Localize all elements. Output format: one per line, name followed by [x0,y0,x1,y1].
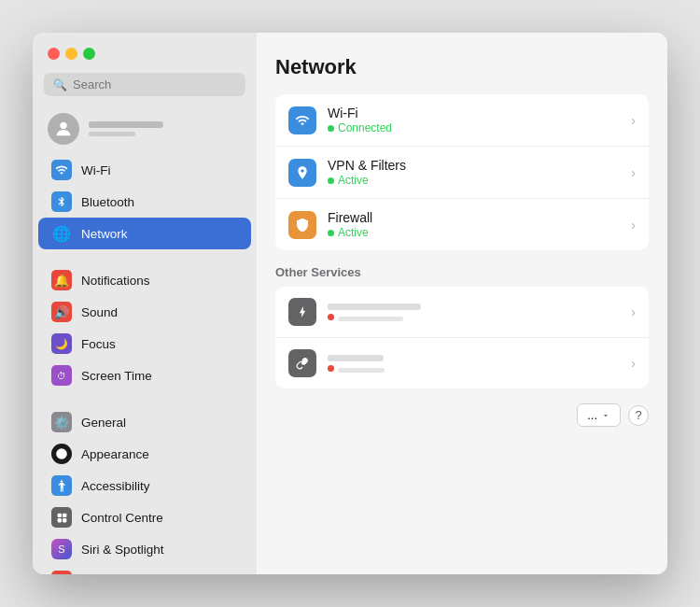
sidebar-item-controlcentre[interactable]: Control Centre [38,501,251,533]
user-sub-blurred [89,132,135,136]
sound-icon: 🔊 [51,302,72,322]
minimize-button[interactable] [65,48,77,60]
firewall-status-dot [328,230,334,236]
firewall-row-title: Firewall [328,210,631,225]
sidebar-item-sound[interactable]: 🔊 Sound [38,296,251,328]
sidebar-item-accessibility[interactable]: Accessibility [38,470,251,501]
wifi-status-text: Connected [338,121,392,134]
sidebar-item-label-screentime: Screen Time [81,369,152,383]
wifi-row-title: Wi-Fi [328,106,631,120]
sidebar: 🔍 Wi-Fi Bluetooth [33,33,257,574]
wifi-row-icon [288,106,316,134]
sidebar-item-screentime[interactable]: ⏱ Screen Time [38,360,251,391]
wifi-icon [51,160,72,180]
firewall-row-text: Firewall Active [328,210,631,239]
wifi-row-text: Wi-Fi Connected [328,106,631,134]
link-status-blurred [338,368,385,373]
vpn-row-subtitle: Active [328,174,631,187]
link-row-subtitle [328,365,631,373]
sidebar-item-label-privacy: Privacy & Security [81,574,184,575]
traffic-lights [33,48,257,73]
maximize-button[interactable] [83,48,95,60]
other-services-card: › › [275,287,649,388]
link-row[interactable]: › [275,338,649,388]
network-icon: 🌐 [51,223,72,244]
sidebar-item-label-network: Network [81,227,128,241]
svg-rect-6 [63,518,66,522]
thunderbolt-title-blurred [328,304,421,310]
thunderbolt-status-dot [328,314,334,320]
network-services-card: Wi-Fi Connected › VPN & Filters [275,94,649,250]
wifi-row[interactable]: Wi-Fi Connected › [275,94,649,147]
sidebar-item-label-general: General [81,416,126,430]
user-profile [33,107,257,154]
chevron-down-icon [601,411,610,420]
sidebar-item-label-bluetooth: Bluetooth [81,195,134,209]
sidebar-item-focus[interactable]: 🌙 Focus [38,328,251,360]
more-button[interactable]: ... [577,403,621,427]
sidebar-item-wifi[interactable]: Wi-Fi [38,154,251,186]
sidebar-item-label-siri: Siri & Spotlight [81,543,164,557]
thunderbolt-row[interactable]: › [275,287,649,338]
main-content: Network Wi-Fi Connected › [257,33,667,574]
svg-point-0 [60,122,66,129]
svg-point-2 [61,480,63,482]
link-row-icon [288,349,316,377]
vpn-status-text: Active [338,174,369,187]
focus-icon: 🌙 [51,333,72,354]
sidebar-item-label-wifi: Wi-Fi [81,163,110,177]
other-services-header: Other Services [275,265,649,279]
sidebar-item-general[interactable]: ⚙️ General [38,406,251,438]
vpn-row-title: VPN & Filters [328,158,631,173]
link-chevron-icon: › [631,356,636,371]
vpn-row[interactable]: VPN & Filters Active › [275,147,649,199]
appearance-icon [51,444,72,464]
svg-rect-3 [57,513,61,516]
search-input[interactable] [73,78,236,92]
vpn-chevron-icon: › [631,165,636,180]
bluetooth-icon [51,191,72,212]
page-title: Network [275,55,649,79]
sidebar-item-bluetooth[interactable]: Bluetooth [38,186,251,218]
svg-rect-5 [57,518,61,522]
avatar [48,113,79,145]
link-title-blurred [328,355,384,361]
vpn-row-text: VPN & Filters Active [328,158,631,187]
controlcentre-icon [51,507,72,528]
firewall-status-text: Active [338,226,369,239]
help-button[interactable]: ? [628,405,649,426]
sidebar-item-appearance[interactable]: Appearance [38,438,251,470]
vpn-row-icon [288,159,316,187]
wifi-row-subtitle: Connected [328,121,631,134]
thunderbolt-chevron-icon: › [631,304,636,319]
privacy-icon: 🔒 [51,571,72,574]
notifications-icon: 🔔 [51,270,72,290]
thunderbolt-row-subtitle [328,314,631,321]
thunderbolt-row-icon [288,298,316,326]
accessibility-icon [51,475,72,496]
vpn-status-dot [328,177,334,184]
close-button[interactable] [48,48,60,60]
sidebar-item-privacy[interactable]: 🔒 Privacy & Security [38,565,251,574]
firewall-row-subtitle: Active [328,226,631,239]
sidebar-item-label-sound: Sound [81,305,118,319]
search-icon: 🔍 [53,78,67,92]
sidebar-item-siri[interactable]: S Siri & Spotlight [38,533,251,565]
general-icon: ⚙️ [51,412,72,432]
search-bar[interactable]: 🔍 [44,73,245,96]
sidebar-item-notifications[interactable]: 🔔 Notifications [38,264,251,296]
user-info [89,121,163,136]
more-icon: ... [587,408,597,422]
siri-icon: S [51,539,72,559]
firewall-row[interactable]: Firewall Active › [275,199,649,250]
wifi-status-dot [328,125,334,132]
sidebar-item-label-appearance: Appearance [81,447,149,461]
sidebar-item-label-accessibility: Accessibility [81,479,150,493]
svg-rect-4 [63,513,66,516]
thunderbolt-status-blurred [338,317,403,321]
wifi-chevron-icon: › [631,113,636,128]
thunderbolt-row-text [328,304,631,321]
firewall-chevron-icon: › [631,218,636,233]
sidebar-item-label-focus: Focus [81,337,116,351]
sidebar-item-network[interactable]: 🌐 Network [38,218,251,249]
